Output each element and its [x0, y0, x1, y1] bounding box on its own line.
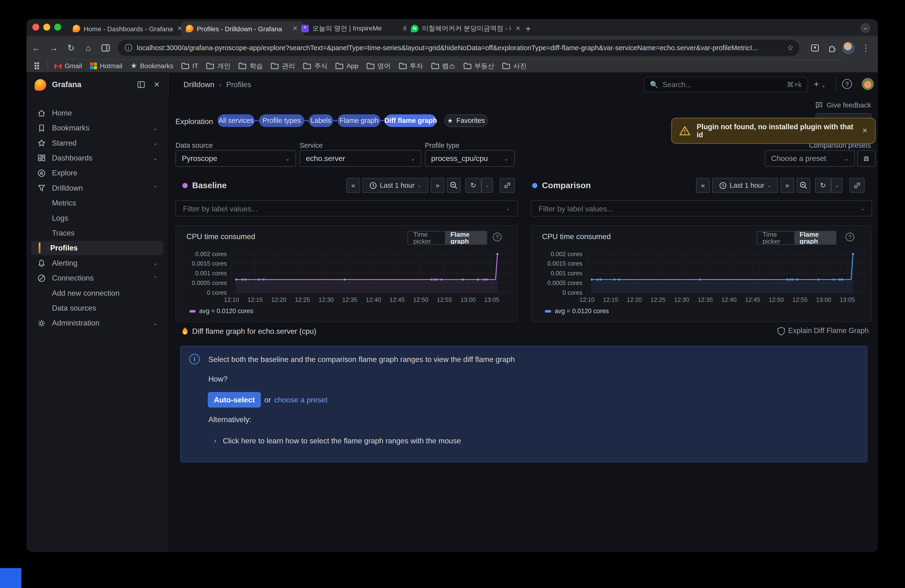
- sidebar-item-explore[interactable]: Explore: [31, 166, 163, 180]
- panel-help-icon[interactable]: ?: [493, 233, 502, 242]
- dock-menu-icon[interactable]: [137, 80, 146, 89]
- bookmark-item[interactable]: 주식: [299, 62, 332, 70]
- browser-tab[interactable]: Profiles - Drilldown - Grafana✕: [181, 21, 304, 36]
- close-window-button[interactable]: [32, 24, 39, 30]
- sidebar-item-bookmarks[interactable]: Bookmarks⌄: [31, 121, 163, 135]
- sidebar-item-alerting[interactable]: Alerting⌄: [31, 256, 163, 270]
- address-bar[interactable]: i localhost:3000/a/grafana-pyroscope-app…: [118, 40, 799, 56]
- comparison-presets-select[interactable]: Choose a preset ⌄: [765, 150, 854, 167]
- exploration-tab-diff-flame-graph[interactable]: Diff flame graph: [385, 114, 437, 127]
- grafana-logo-icon[interactable]: [35, 79, 46, 91]
- reading-list-icon[interactable]: [808, 40, 822, 55]
- apps-grid-icon[interactable]: [31, 62, 45, 69]
- side-panel-icon[interactable]: [98, 40, 113, 55]
- sidebar-item-drilldown[interactable]: Drilldown⌃: [31, 181, 163, 195]
- comparison-filter-input[interactable]: Filter by label values... ⌄: [531, 200, 872, 216]
- help-icon[interactable]: ?: [842, 79, 852, 89]
- data-source-select[interactable]: Pyroscope ⌄: [175, 150, 296, 167]
- bookmark-item[interactable]: 랩스: [427, 62, 459, 70]
- user-avatar[interactable]: [862, 78, 874, 90]
- toast-close-icon[interactable]: ✕: [862, 127, 867, 135]
- home-icon[interactable]: ⌂: [81, 40, 95, 55]
- sidebar-item-metrics[interactable]: Metrics: [31, 196, 163, 210]
- baseline-chart[interactable]: 0.002 cores0.0015 cores0.001 cores0.0005…: [176, 246, 518, 321]
- breadcrumb-drilldown[interactable]: Drilldown: [184, 80, 214, 89]
- comparison-refresh-interval-button[interactable]: ⌄: [831, 178, 843, 193]
- favorites-tab[interactable]: ★Favorites: [445, 114, 488, 127]
- bookmark-item[interactable]: 학습: [235, 62, 267, 70]
- sidebar-item-logs[interactable]: Logs: [31, 211, 163, 225]
- sidebar-item-add-new-connection[interactable]: Add new connection: [31, 286, 163, 300]
- save-preset-button[interactable]: [857, 150, 876, 167]
- panel-help-icon[interactable]: ?: [846, 233, 854, 242]
- browser-tab[interactable]: N이철헤어커커 분당미금역점 - 네이버✕: [406, 21, 526, 36]
- learn-how-link[interactable]: Click here to learn how to select the fl…: [223, 437, 461, 445]
- baseline-filter-input[interactable]: Filter by label values... ⌄: [175, 200, 518, 216]
- service-select[interactable]: echo.server ⌄: [300, 150, 421, 167]
- baseline-time-forward-button[interactable]: »: [430, 178, 445, 193]
- comparison-chart[interactable]: 0.002 cores0.0015 cores0.001 cores0.0005…: [532, 246, 872, 321]
- comparison-zoom-out-button[interactable]: [797, 178, 811, 193]
- sidebar-item-data-sources[interactable]: Data sources: [31, 301, 163, 315]
- bookmark-item[interactable]: Gmail: [50, 62, 86, 69]
- zoom-window-button[interactable]: [54, 24, 61, 30]
- bookmark-item[interactable]: 투자: [395, 62, 427, 70]
- comparison-refresh-button[interactable]: ↻: [815, 178, 831, 193]
- bookmark-item[interactable]: ★Bookmarks: [126, 62, 177, 69]
- browser-tab[interactable]: “오늘의 명언 | InspireMe✕: [297, 21, 413, 36]
- sidebar-item-profiles[interactable]: Profiles: [31, 241, 163, 255]
- exploration-tab-flame-graph[interactable]: Flame graph: [338, 114, 380, 127]
- exploration-tab-all-services[interactable]: All services: [218, 114, 254, 127]
- bookmark-item[interactable]: 관리: [267, 62, 299, 70]
- close-tab-icon[interactable]: ✕: [514, 25, 522, 32]
- bookmark-item[interactable]: 부동산: [459, 62, 499, 70]
- minimize-window-button[interactable]: [43, 24, 50, 30]
- comparison-time-range-button[interactable]: Last 1 hour ⌄: [712, 178, 778, 193]
- browser-menu-icon[interactable]: ⋮: [858, 40, 873, 55]
- bookmark-item[interactable]: IT: [177, 62, 202, 69]
- comparison-time-picker-tab[interactable]: Time picker: [757, 232, 794, 244]
- give-feedback-button[interactable]: Give feedback: [815, 101, 871, 109]
- comparison-share-link-button[interactable]: [849, 178, 865, 193]
- baseline-share-link-button[interactable]: [500, 178, 515, 193]
- baseline-zoom-out-button[interactable]: [447, 178, 461, 193]
- baseline-time-range-button[interactable]: Last 1 hour ⌄: [362, 178, 429, 193]
- sidebar-item-traces[interactable]: Traces: [31, 226, 163, 240]
- baseline-flame-graph-tab[interactable]: Flame graph: [445, 232, 487, 244]
- choose-a-preset-link[interactable]: choose a preset: [274, 396, 327, 404]
- explain-diff-flame-graph-button[interactable]: Explain Diff Flame Graph: [777, 326, 868, 335]
- exploration-tab-labels[interactable]: Labels: [309, 114, 333, 127]
- bookmark-item[interactable]: 개인: [202, 62, 235, 70]
- comparison-time-forward-button[interactable]: »: [780, 178, 794, 193]
- back-icon[interactable]: ←: [29, 40, 44, 55]
- site-info-icon[interactable]: i: [125, 44, 132, 51]
- extensions-icon[interactable]: [825, 40, 840, 55]
- sidebar-item-connections[interactable]: Connections⌃: [31, 271, 163, 285]
- baseline-refresh-button[interactable]: ↻: [465, 178, 481, 193]
- comparison-flame-graph-tab[interactable]: Flame graph: [794, 232, 836, 244]
- browser-profile-avatar[interactable]: [842, 41, 855, 54]
- search-input[interactable]: 🔍 Search... ⌘+k: [643, 77, 808, 92]
- forward-icon[interactable]: →: [46, 40, 61, 55]
- auto-select-button[interactable]: Auto-select: [208, 392, 261, 408]
- baseline-time-picker-tab[interactable]: Time picker: [408, 232, 445, 244]
- comparison-time-back-button[interactable]: «: [696, 178, 710, 193]
- exploration-tab-profile-types[interactable]: Profile types: [259, 114, 304, 127]
- add-new-button[interactable]: + ⌄: [814, 79, 826, 89]
- baseline-time-back-button[interactable]: «: [346, 178, 360, 193]
- tab-search-icon[interactable]: ⌄: [861, 23, 870, 33]
- browser-tab[interactable]: Home - Dashboards - Grafana✕: [68, 21, 188, 36]
- baseline-refresh-interval-button[interactable]: ⌄: [481, 178, 493, 193]
- chevron-right-icon[interactable]: ›: [214, 437, 216, 444]
- sidebar-item-home[interactable]: Home: [31, 106, 163, 120]
- sidebar-item-administration[interactable]: Administration⌄: [31, 316, 163, 330]
- profile-type-select[interactable]: process_cpu/cpu ⌄: [425, 150, 515, 167]
- bookmark-item[interactable]: 사진: [499, 62, 531, 70]
- sidebar-item-dashboards[interactable]: Dashboards⌄: [31, 151, 163, 165]
- bookmark-item[interactable]: Hotmail: [86, 62, 126, 69]
- new-tab-button[interactable]: +: [522, 22, 535, 35]
- close-menu-icon[interactable]: ✕: [154, 80, 160, 89]
- sidebar-item-starred[interactable]: Starred⌄: [31, 136, 163, 150]
- bookmark-item[interactable]: App: [332, 62, 362, 69]
- bookmark-item[interactable]: 영어: [362, 62, 395, 70]
